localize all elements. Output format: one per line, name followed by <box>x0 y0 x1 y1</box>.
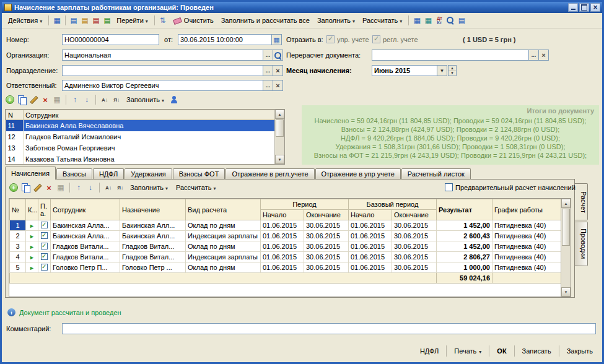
tab-vznosy[interactable]: Взносы <box>56 168 92 180</box>
move-down-icon[interactable] <box>85 183 95 193</box>
import-document-icon[interactable] <box>91 15 101 25</box>
move-up-icon[interactable] <box>70 95 80 105</box>
spin-down-icon[interactable] <box>449 71 456 76</box>
scroll-down-icon[interactable] <box>275 155 284 164</box>
search-icon[interactable] <box>445 15 455 25</box>
copy-row-icon[interactable] <box>20 183 30 193</box>
dt-kt-icon[interactable] <box>434 15 444 25</box>
month-field[interactable]: Июнь 2015 <box>372 65 447 76</box>
print-button[interactable]: Печать <box>448 344 488 358</box>
clear-button[interactable]: Очистить <box>169 14 217 27</box>
tab-otrazhenie-upr[interactable]: Отражение в упр учете <box>315 168 401 180</box>
copy-row-icon[interactable] <box>17 95 27 105</box>
grid-fill-button[interactable]: Заполнить <box>127 181 171 194</box>
tab-uderzhaniya[interactable]: Удержания <box>125 168 172 180</box>
row-checkbox[interactable] <box>41 264 48 271</box>
prelim-calc-checkbox[interactable] <box>445 183 453 191</box>
fill-menu-button[interactable]: Заполнить <box>314 14 358 27</box>
edit-row-icon[interactable] <box>32 183 42 193</box>
table-settings-icon[interactable] <box>412 15 422 25</box>
employee-row[interactable]: 11 Бакинская Алла Вячеславовна <box>6 120 276 131</box>
ellipsis-icon[interactable] <box>263 50 273 60</box>
number-field[interactable]: НО000000004 <box>62 34 159 45</box>
add-row-icon[interactable] <box>9 183 19 193</box>
calculate-menu-button[interactable]: Рассчитать <box>359 14 405 27</box>
month-spinner[interactable] <box>448 65 457 76</box>
responsible-field[interactable]: Админенко Виктор Сергеевич <box>62 80 283 91</box>
employee-fill-button[interactable]: Заполнить <box>123 93 167 106</box>
comment-field[interactable] <box>62 323 596 334</box>
department-field[interactable] <box>62 65 283 76</box>
employee-row[interactable]: 14 Казакова Татьяна Ивановна <box>6 154 276 165</box>
tab-raschetny-listok[interactable]: Расчетный листок <box>401 168 471 180</box>
date-field[interactable]: 30.06.2015 10:00:00 <box>178 34 282 45</box>
minimize-button[interactable] <box>568 3 578 12</box>
maximize-button[interactable] <box>579 3 589 12</box>
mgmt-accounting-checkbox[interactable] <box>326 35 335 43</box>
recalc-field[interactable] <box>372 50 549 61</box>
tab-ndfl[interactable]: НДФЛ <box>93 168 124 180</box>
spin-up-icon[interactable] <box>449 66 456 71</box>
edit-row-icon[interactable] <box>28 95 38 105</box>
related-documents-icon[interactable] <box>80 15 90 25</box>
side-tab-provodki[interactable]: Проводки <box>575 222 588 266</box>
select-employees-icon[interactable] <box>169 95 179 105</box>
totals-settings-icon[interactable] <box>423 15 433 25</box>
refresh-icon[interactable] <box>158 15 168 25</box>
reg-accounting-checkbox[interactable] <box>372 35 380 43</box>
sort-asc-icon[interactable] <box>100 95 110 105</box>
scroll-up-icon[interactable] <box>275 110 284 119</box>
scroll-up-icon[interactable] <box>561 199 571 208</box>
export-document-icon[interactable] <box>102 15 112 25</box>
scrollbar-thumb[interactable] <box>562 209 570 246</box>
ellipsis-icon[interactable] <box>263 80 273 90</box>
sort-desc-icon[interactable] <box>115 183 125 193</box>
scroll-down-icon[interactable] <box>561 287 571 297</box>
sort-asc-icon[interactable] <box>103 183 113 193</box>
ellipsis-icon[interactable] <box>528 50 538 60</box>
tab-vznosy-fot[interactable]: Взносы ФОТ <box>173 168 225 180</box>
grid-row[interactable]: 3 Гладков Витали... Гладков Витал... Окл… <box>10 241 562 252</box>
row-checkbox[interactable] <box>41 253 48 260</box>
delete-row-icon[interactable] <box>40 95 50 105</box>
save-button[interactable]: Записать <box>516 344 558 358</box>
row-checkbox[interactable] <box>41 243 48 249</box>
ok-button[interactable]: ОК <box>491 344 512 358</box>
ndfl-button[interactable]: НДФЛ <box>414 344 445 358</box>
clear-field-icon[interactable] <box>273 66 282 76</box>
row-checkbox[interactable] <box>41 222 48 228</box>
clear-field-icon[interactable] <box>538 50 548 60</box>
grid-row[interactable]: 2 Бакинская Алла... Бакинская Алл... Инд… <box>10 231 562 241</box>
row-checkbox[interactable] <box>41 232 48 239</box>
close-form-button[interactable]: Закрыть <box>561 344 599 358</box>
subordination-structure-icon[interactable] <box>69 15 79 25</box>
fill-and-calc-all-button[interactable]: Заполнить и рассчитать все <box>218 14 313 27</box>
move-down-icon[interactable] <box>82 95 92 105</box>
grid-row[interactable]: 5 Головко Петр П... Головко Петр ... Окл… <box>10 262 562 273</box>
employee-row[interactable]: 12 Гладков Виталий Исмаилович <box>6 131 276 142</box>
actions-button[interactable]: Действия <box>5 14 45 27</box>
clear-field-icon[interactable] <box>273 80 282 90</box>
grid-scrollbar[interactable] <box>561 199 571 297</box>
tab-nachisleniya[interactable]: Начисления <box>5 167 56 180</box>
magnifier-icon[interactable] <box>273 50 282 60</box>
grid-row[interactable]: 4 Гладков Витали... Гладков Витал... Инд… <box>10 252 562 262</box>
tab-otrazhenie-regl[interactable]: Отражение в регл.учете <box>225 168 314 180</box>
move-up-icon[interactable] <box>74 183 84 193</box>
scrollbar-thumb[interactable] <box>276 119 284 137</box>
delete-row-icon[interactable] <box>44 183 54 193</box>
document-movements-icon[interactable] <box>52 15 62 25</box>
add-row-icon[interactable] <box>5 95 15 105</box>
side-tab-raschet[interactable]: Расчет <box>575 183 588 220</box>
go-button[interactable]: Перейти <box>113 14 151 27</box>
report-icon[interactable] <box>457 15 466 25</box>
chevron-down-icon[interactable] <box>437 66 447 76</box>
table-mode-icon[interactable] <box>52 95 62 105</box>
ellipsis-icon[interactable] <box>263 66 273 76</box>
grid-calc-button[interactable]: Рассчитать <box>173 181 219 194</box>
grid-row[interactable]: 1 Бакинская Алла... Бакинская Алл... Окл… <box>10 220 562 231</box>
sort-desc-icon[interactable] <box>112 95 121 105</box>
calendar-icon[interactable] <box>271 35 281 45</box>
close-button[interactable] <box>590 3 600 12</box>
organization-field[interactable]: Национальная <box>62 50 283 61</box>
